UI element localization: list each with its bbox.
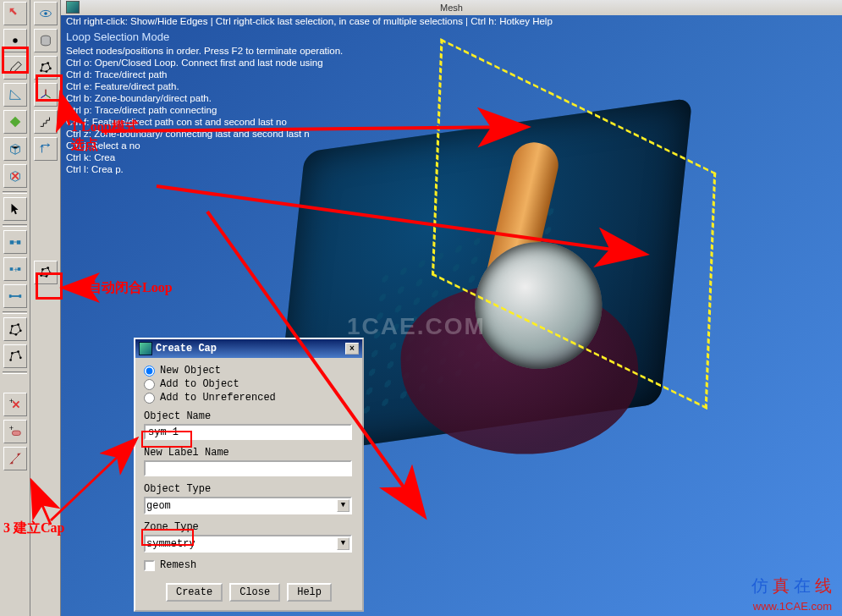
watermark-center: 1CAE.COM — [347, 313, 486, 340]
tool-select-add-icon[interactable]: + — [3, 257, 27, 281]
tool-eye-icon[interactable] — [34, 2, 58, 25]
radio-add-unreferenced[interactable]: Add to Unreferenced — [144, 392, 354, 404]
watermark-url: www.1CAE.com — [753, 600, 832, 613]
svg-text:+: + — [14, 266, 18, 274]
tool-select-edge-icon[interactable] — [3, 284, 27, 308]
dialog-titlebar[interactable]: Create Cap × — [135, 339, 362, 358]
dialog-icon — [139, 342, 152, 355]
toolbar-divider — [3, 224, 27, 227]
chevron-down-icon[interactable]: ▼ — [337, 537, 349, 550]
tool-diamond-icon[interactable] — [3, 110, 27, 134]
watermark-brand: 仿 真 在 线 — [751, 575, 832, 597]
svg-point-28 — [40, 274, 42, 277]
svg-point-24 — [41, 63, 44, 66]
select-value: geom — [146, 500, 171, 512]
dialog-close-button[interactable]: × — [345, 343, 359, 355]
button-help[interactable]: Help — [287, 583, 332, 602]
svg-point-23 — [40, 69, 42, 72]
checkbox-label: Remesh — [160, 559, 196, 571]
svg-point-32 — [45, 275, 47, 278]
tool-error-icon[interactable] — [3, 164, 27, 188]
svg-text:+: + — [8, 397, 13, 405]
tool-cube-icon[interactable] — [3, 137, 27, 161]
select-zone-type[interactable]: symmetry▼ — [144, 535, 352, 553]
svg-point-11 — [19, 329, 21, 332]
svg-point-26 — [49, 68, 52, 70]
input-label-name[interactable] — [144, 460, 352, 476]
tool-polygon-open-icon[interactable] — [3, 344, 27, 368]
button-create[interactable]: Create — [166, 583, 223, 602]
tool-polygon-closed-icon[interactable] — [3, 317, 27, 341]
input-object-name[interactable] — [144, 424, 352, 440]
radio-input[interactable] — [144, 393, 155, 404]
svg-point-8 — [9, 332, 12, 334]
toolbar-divider — [3, 311, 27, 314]
svg-point-29 — [41, 268, 44, 271]
toolbar-divider — [3, 191, 27, 194]
svg-point-9 — [11, 325, 14, 327]
tool-add-pill-icon[interactable]: + — [3, 420, 27, 443]
radio-input[interactable] — [144, 366, 155, 377]
tool-point-icon[interactable] — [3, 29, 27, 52]
label-label-name: New Label Name — [144, 447, 354, 459]
annotation-1: 1 Loop模式 选点 — [71, 118, 139, 154]
svg-point-14 — [11, 352, 14, 355]
annotation-3: 3 建立Cap — [3, 520, 64, 537]
button-close[interactable]: Close — [229, 583, 280, 602]
svg-rect-1 — [9, 240, 14, 245]
svg-point-10 — [17, 323, 19, 326]
radio-new-object[interactable]: New Object — [144, 365, 354, 377]
label-zone-type: Zone Type — [144, 521, 354, 533]
tool-cursor-icon[interactable] — [3, 197, 27, 221]
checkbox-remesh[interactable]: Remesh — [144, 559, 354, 571]
help-topline: Ctrl right-click: Show/Hide Edges | Ctrl… — [61, 15, 842, 27]
tool-scale-icon[interactable] — [3, 447, 27, 470]
chevron-down-icon[interactable]: ▼ — [337, 499, 349, 512]
tool-select-rect-icon[interactable] — [3, 230, 27, 254]
svg-point-15 — [17, 350, 19, 353]
label-object-type: Object Type — [144, 483, 354, 495]
annotation-2: 2 自动闭合Loop — [78, 279, 173, 297]
tool-loop-icon[interactable] — [34, 56, 58, 80]
window-titlebar: Mesh — [61, 0, 842, 15]
radio-label: New Object — [160, 365, 221, 377]
svg-rect-3 — [9, 267, 13, 271]
tool-pencil-icon[interactable] — [3, 56, 27, 80]
window-title: Mesh — [440, 3, 463, 13]
tool-triangle-icon[interactable] — [3, 83, 27, 107]
svg-rect-2 — [16, 240, 20, 245]
svg-point-25 — [47, 62, 49, 64]
svg-point-13 — [9, 359, 12, 361]
svg-point-27 — [45, 70, 47, 73]
svg-point-30 — [47, 267, 49, 269]
tool-close-loop-icon[interactable] — [34, 261, 58, 284]
tool-stairs-icon[interactable] — [34, 110, 58, 134]
tool-reset-icon[interactable] — [3, 2, 27, 25]
svg-point-0 — [13, 38, 17, 42]
tool-add-cross-icon[interactable]: + — [3, 393, 27, 416]
svg-point-21 — [44, 12, 47, 15]
radio-label: Add to Unreferenced — [160, 392, 276, 404]
radio-add-object[interactable]: Add to Object — [144, 378, 354, 390]
label-object-name: Object Name — [144, 410, 354, 422]
help-mode-title: Loop Selection Mode — [61, 27, 842, 45]
svg-rect-7 — [19, 294, 21, 298]
dialog-title-text: Create Cap — [156, 343, 217, 355]
svg-rect-19 — [12, 431, 20, 435]
tool-axis-icon[interactable] — [34, 83, 58, 107]
select-object-type[interactable]: geom▼ — [144, 497, 352, 514]
svg-point-12 — [14, 333, 17, 336]
svg-rect-6 — [8, 294, 11, 298]
tool-lcs-icon[interactable] — [34, 137, 58, 161]
radio-label: Add to Object — [160, 378, 239, 390]
select-value: symmetry — [146, 538, 195, 550]
app-icon — [66, 1, 80, 14]
dialog-create-cap: Create Cap × New Object Add to Object Ad… — [134, 338, 364, 612]
svg-point-16 — [19, 356, 21, 359]
tool-cylinder-icon[interactable] — [34, 29, 58, 52]
toolbar-divider — [3, 371, 27, 374]
radio-input[interactable] — [144, 379, 155, 390]
checkbox-box[interactable] — [144, 560, 155, 571]
svg-point-31 — [49, 272, 52, 275]
